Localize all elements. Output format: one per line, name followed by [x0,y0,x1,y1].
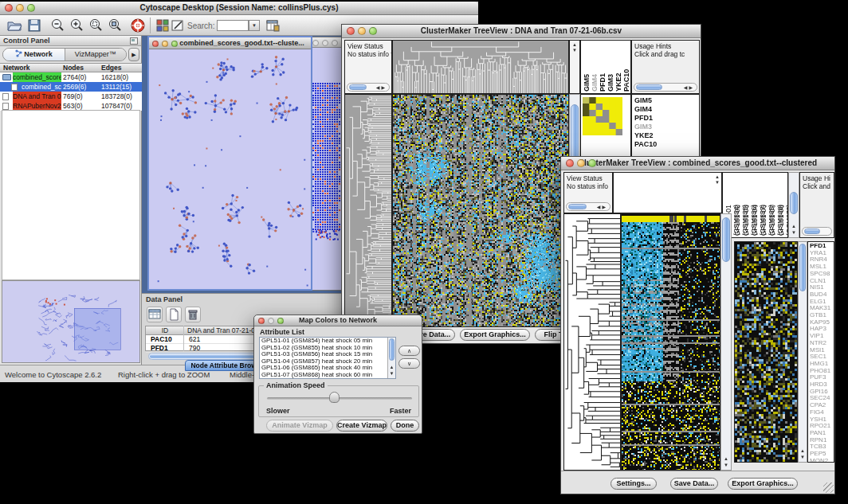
birdseye-overview[interactable] [2,280,140,363]
annotation-icon[interactable] [170,18,186,33]
column-label[interactable]: GPL51-02 (GSM855) [733,174,742,236]
network-list-row[interactable]: combined_scores_2764(0)16218(0) [0,72,142,82]
float-panel-icon[interactable] [130,37,138,45]
network-window-matrix-titlebar[interactable] [310,37,345,48]
column-label[interactable]: GPL51-06 (GSM865) [760,174,768,236]
tab-overflow-icon[interactable]: ▶ [128,48,139,61]
attribute-item[interactable]: GPL51-07 (GSM868) heat shock 60 min [260,372,395,379]
zoom-window-icon[interactable] [277,318,284,324]
treeview1-titlebar[interactable]: ClusterMaker TreeView : DNA and Tran 07-… [342,25,701,38]
column-label[interactable]: GPL51-03 (GSM856) [742,174,751,236]
heatmap-vscrollbar[interactable]: ▲ ▼ [720,213,732,471]
zoom-out-icon[interactable] [49,18,65,33]
zoom-window-icon[interactable] [27,4,35,12]
search-dropdown-icon[interactable]: ▼ [249,20,260,31]
animate-vizmap-button[interactable]: Animate Vizmap [266,420,333,432]
zoom-in-icon[interactable] [69,18,84,33]
network-window-combined-scores[interactable]: combined_scores_good.txt--cluste... [147,36,312,291]
doc-icon [2,93,9,100]
close-icon[interactable] [566,159,574,167]
row-dendrogram[interactable] [563,213,621,471]
zoom-selected-icon[interactable] [88,18,104,33]
labels-vscrollbar[interactable]: ▲ ▼ [788,172,799,238]
minimize-icon[interactable] [358,27,366,35]
hscrollbar[interactable]: ◀▶ [347,83,390,92]
close-icon[interactable] [347,27,355,35]
done-button[interactable]: Done [391,420,419,432]
column-label[interactable]: YKE2 [614,42,622,92]
gene-label[interactable]: PAC10 [634,140,699,149]
export-graphics-button[interactable]: Export Graphics... [728,478,798,490]
genelist-vscrollbar[interactable]: ▲ ▼ [798,241,807,463]
zoom-window-icon[interactable] [369,27,377,35]
zoom-window-icon[interactable] [332,40,338,46]
column-label[interactable]: PFD1 [599,42,607,92]
gene-label[interactable]: YKE2 [634,131,699,140]
gene-label[interactable]: GIM5 [634,96,699,105]
zoom-window-icon[interactable] [588,159,596,167]
hscrollbar[interactable]: ◀▶ [634,83,697,92]
attribute-list[interactable]: GPL51-01 (GSM854) heat shock 05 minGPL51… [259,337,396,379]
network-table-header[interactable]: Network Nodes Edges [0,63,142,72]
tab-vizmapper[interactable]: VizMapper™ [65,49,127,61]
new-attribute-icon[interactable] [166,307,182,322]
column-label[interactable]: GIM5 [583,42,591,92]
attribute-list-vscrollbar[interactable]: ▲ ▼ [387,338,395,378]
tab-network[interactable]: Network [3,49,65,61]
column-dendrogram-empty[interactable]: ▲ ▼ [613,172,722,213]
close-icon[interactable] [258,318,265,324]
treeview2-titlebar[interactable]: ClusterMaker TreeView : combined_scores_… [561,157,834,170]
heatmap-main[interactable] [621,213,720,471]
minimize-icon[interactable] [322,40,328,46]
close-icon[interactable] [5,4,13,12]
column-label[interactable]: GPL51-04 (GSM857) [751,174,760,236]
zoom-fit-icon[interactable] [107,18,123,33]
settings-button[interactable]: Settings... [610,478,657,490]
column-label[interactable]: GIM4 [591,42,599,92]
attribute-browser-icon[interactable] [265,18,281,33]
minimize-icon[interactable] [16,4,24,12]
column-label[interactable]: PAC10 [622,42,630,92]
row-dendrogram[interactable] [344,94,392,327]
save-icon[interactable] [26,18,42,33]
main-titlebar[interactable]: Cytoscape Desktop (Session Name: collins… [0,2,478,15]
column-label[interactable]: GIM3 [607,42,614,92]
zoom-window-icon[interactable] [171,41,178,47]
network-list-row[interactable]: combined_sco2569(6)13112(15) [0,82,142,92]
attribute-select-icon[interactable] [147,307,163,322]
column-label[interactable]: GPL51-08 (GSM872) [777,174,786,236]
gene-label[interactable]: PFD1 [634,114,699,123]
minimize-icon[interactable] [577,159,585,167]
column-dendrogram[interactable] [392,40,569,94]
hscrollbar[interactable]: ◀▶ [566,202,610,211]
network-canvas[interactable] [149,49,311,289]
gene-label[interactable]: GIM3 [634,123,699,131]
gene-label[interactable]: GIM4 [634,105,699,114]
status-welcome: Welcome to Cytoscape 2.6.2 [5,370,101,379]
summary-heatmap-panel[interactable] [734,241,798,463]
close-icon[interactable] [312,40,319,46]
minimize-icon[interactable] [268,318,274,324]
move-down-button[interactable]: ∨ [398,358,420,369]
network-list-row[interactable]: DNA and Tran 07769(0)183728(0) [0,92,142,101]
move-up-button[interactable]: ∧ [398,346,420,356]
heatmap-main[interactable] [392,94,569,327]
create-vizmap-button[interactable]: Create Vizmap [336,420,387,432]
help-lifering-icon[interactable] [130,18,146,33]
export-graphics-button[interactable]: Export Graphics... [460,329,530,341]
minimize-icon[interactable] [162,41,168,47]
column-label[interactable]: GPL51-07 (GSM868) [768,174,777,236]
matrix-network-canvas[interactable] [310,48,342,275]
open-file-icon[interactable] [6,18,22,33]
delete-attribute-trash-icon[interactable] [185,307,201,322]
save-data-button[interactable]: Save Data... [670,478,718,490]
close-icon[interactable] [152,41,159,47]
vizmapper-icon[interactable] [155,18,171,33]
speed-slider[interactable] [267,397,412,400]
dendrogram-scroll-strip[interactable]: ▲ ▼ [569,40,580,94]
resize-grip[interactable] [823,483,834,493]
speed-slider-thumb[interactable] [329,392,340,403]
hscrollbar[interactable] [802,227,832,236]
search-input[interactable] [217,20,249,31]
gene-label[interactable]: MON2 [810,458,834,463]
